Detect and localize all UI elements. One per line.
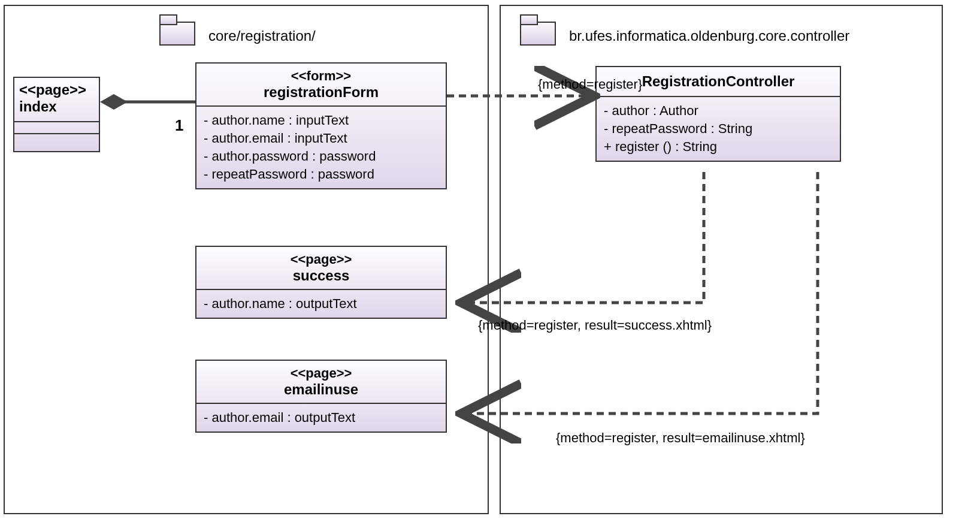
label-result-success: {method=register, result=success.xhtml} bbox=[478, 318, 712, 333]
dep-controller-success bbox=[461, 172, 704, 303]
diagram-canvas: core/registration/ br.ufes.informatica.o… bbox=[0, 0, 980, 519]
label-method-register: {method=register} bbox=[538, 77, 642, 92]
label-result-emailinuse: {method=register, result=emailinuse.xhtm… bbox=[556, 430, 805, 446]
multiplicity-1: 1 bbox=[175, 116, 183, 135]
dep-controller-emailinuse bbox=[461, 172, 818, 414]
composition-diamond bbox=[100, 94, 128, 110]
connectors: controller --> bbox=[0, 0, 980, 519]
